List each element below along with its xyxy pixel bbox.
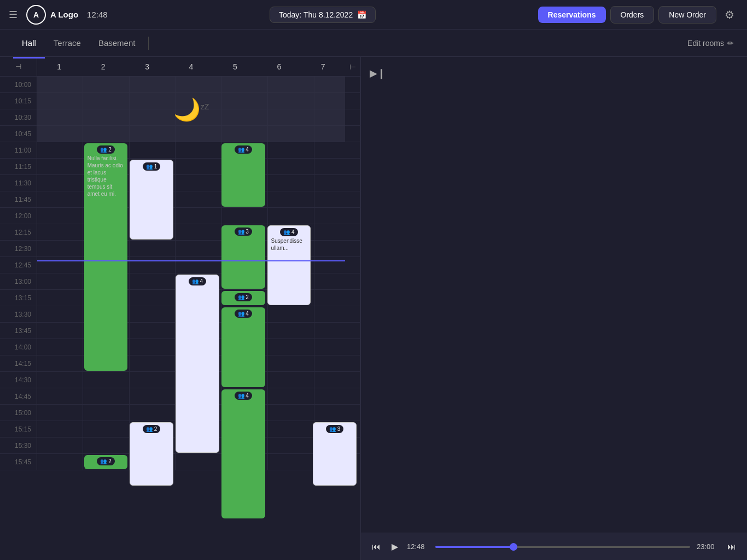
time-cell[interactable] [314,224,360,240]
time-cell[interactable] [314,241,360,256]
time-cell[interactable] [83,405,129,421]
time-cell[interactable] [37,273,83,289]
orders-button[interactable]: Orders [610,6,655,24]
time-cell[interactable] [37,241,83,256]
collapse-right-btn[interactable]: ⊢ [345,57,360,76]
tab-hall[interactable]: Hall [13,34,45,52]
time-cell[interactable] [37,355,83,371]
time-cell[interactable] [37,159,83,174]
time-cell[interactable] [130,355,176,371]
reservation-block[interactable]: 👥 2 [84,455,128,469]
time-cell[interactable] [37,405,83,421]
time-cell[interactable] [268,208,314,224]
time-cell[interactable] [176,257,221,273]
time-cell[interactable] [176,224,221,240]
time-cell[interactable] [130,405,176,421]
time-cell[interactable] [37,224,83,240]
reservation-block[interactable]: 👥 3 [313,422,357,486]
time-cell[interactable] [222,208,268,224]
time-cell[interactable] [130,290,176,306]
time-cell[interactable] [314,290,360,306]
time-cell[interactable] [314,257,360,273]
time-cell[interactable] [314,208,360,224]
reservation-block[interactable]: 👥 2 [130,422,173,486]
time-cell[interactable] [314,405,360,421]
time-cell[interactable] [268,372,314,388]
time-cell[interactable] [314,273,360,289]
time-cell[interactable] [176,191,221,207]
time-cell[interactable] [314,142,360,158]
expand-icon[interactable]: ▶❙ [369,65,386,82]
time-cell[interactable] [268,175,314,191]
time-cell[interactable] [37,175,83,191]
time-cell[interactable] [314,191,360,207]
reservation-block[interactable]: 👥 4Suspendisse ullam... [267,225,311,305]
reservations-button[interactable]: Reservations [538,7,606,23]
time-cell[interactable] [83,438,129,453]
reservation-block[interactable]: 👥 4 [176,275,219,453]
time-cell[interactable] [268,438,314,453]
time-cell[interactable] [176,142,221,158]
time-cell[interactable] [37,372,83,388]
play-button[interactable]: ▶ [389,539,400,554]
time-cell[interactable] [130,372,176,388]
time-cell[interactable] [130,273,176,289]
time-cell[interactable] [268,191,314,207]
reservation-block[interactable]: 👥 4 [221,307,265,387]
reservation-block[interactable]: 👥 1 [130,160,173,240]
time-cell[interactable] [37,339,83,355]
time-cell[interactable] [130,257,176,273]
time-cell[interactable] [314,306,360,322]
time-cell[interactable] [268,388,314,404]
time-cell[interactable] [130,241,176,256]
time-cell[interactable] [176,208,221,224]
time-cell[interactable] [83,372,129,388]
time-cell[interactable] [37,454,83,470]
new-order-button[interactable]: New Order [658,6,716,24]
reservation-block[interactable]: 👥 2 [221,291,265,305]
time-cell[interactable] [176,175,221,191]
time-cell[interactable] [268,339,314,355]
playback-slider[interactable] [435,546,690,548]
time-cell[interactable] [37,421,83,437]
time-cell[interactable] [176,159,221,174]
time-cell[interactable] [314,388,360,404]
time-cell[interactable] [314,159,360,174]
time-cell[interactable] [314,372,360,388]
time-cell[interactable] [130,388,176,404]
time-cell[interactable] [268,159,314,174]
time-cell[interactable] [268,421,314,437]
time-cell[interactable] [268,405,314,421]
settings-icon[interactable]: ⚙ [721,6,738,24]
reservation-block[interactable]: 👥 4 [221,389,265,518]
time-cell[interactable] [268,306,314,322]
time-cell[interactable] [37,323,83,339]
reservation-block[interactable]: 👥 3 [221,225,265,289]
time-cell[interactable] [268,454,314,470]
fast-forward-button[interactable]: ⏭ [725,540,738,554]
collapse-left-btn[interactable]: ⊣ [0,57,37,76]
tab-terrace[interactable]: Terrace [45,34,90,52]
time-cell[interactable] [130,142,176,158]
time-cell[interactable] [314,175,360,191]
time-cell[interactable] [176,454,221,470]
time-cell[interactable] [130,339,176,355]
rewind-button[interactable]: ⏮ [370,540,383,554]
time-cell[interactable] [268,355,314,371]
tab-basement[interactable]: Basement [90,34,144,52]
menu-icon[interactable]: ☰ [9,9,17,21]
time-cell[interactable] [37,191,83,207]
time-cell[interactable] [176,241,221,256]
time-cell[interactable] [37,290,83,306]
time-cell[interactable] [37,438,83,453]
time-cell[interactable] [83,421,129,437]
time-cell[interactable] [37,142,83,158]
edit-rooms-button[interactable]: Edit rooms ✏ [687,39,734,48]
time-cell[interactable] [83,388,129,404]
time-cell[interactable] [130,323,176,339]
time-cell[interactable] [37,306,83,322]
reservation-block[interactable]: 👥 2Nulla facilisi. Mauris ac odio et lac… [84,143,128,371]
time-cell[interactable] [314,323,360,339]
time-cell[interactable] [314,355,360,371]
time-cell[interactable] [314,339,360,355]
